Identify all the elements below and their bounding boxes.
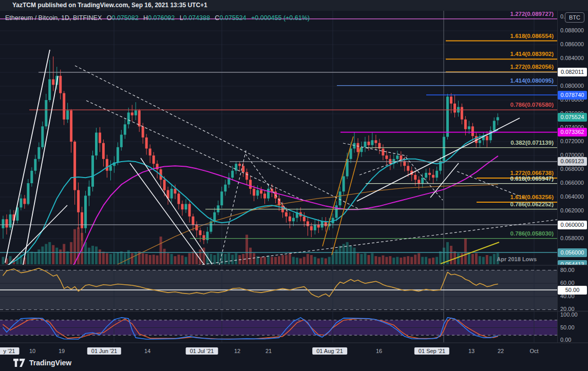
price-chip: 0.054413 bbox=[558, 260, 587, 265]
currency-toggle-button[interactable]: BTC bbox=[565, 12, 584, 23]
fib-level-label: 0.382(0.071139) bbox=[510, 140, 554, 146]
price-chip: 0.082011 bbox=[558, 68, 587, 76]
ohlc-low-label: L bbox=[180, 14, 183, 22]
chart-legend: Ethereum / Bitcoin, 1D, BITFINEX O0.0750… bbox=[5, 14, 310, 22]
time-axis-label: 01 Aug '21 bbox=[312, 348, 347, 354]
price-axis-tick: 0.068000 bbox=[560, 166, 584, 172]
time-axis-label: 12 bbox=[234, 348, 240, 354]
time-axis-badge: 01 Jun '21 bbox=[87, 347, 121, 355]
rsi-mid-chip: 50.00 bbox=[558, 286, 587, 295]
tradingview-screenshot: YazTCM published on TradingView.com, Sep… bbox=[0, 0, 588, 371]
ohlc-high-label: H bbox=[143, 14, 148, 22]
price-chip: 0.075524 bbox=[558, 113, 587, 122]
time-axis-label: 10 bbox=[29, 348, 35, 354]
price-axis-tick: 0.066000 bbox=[560, 180, 584, 186]
time-axis-label: 01 Sep '21 bbox=[414, 348, 449, 354]
ohlc-high-value: 0.076092 bbox=[148, 14, 175, 22]
price-axis-tick: 0.084000 bbox=[560, 55, 584, 61]
symbol-title[interactable]: Ethereum / Bitcoin, 1D, BITFINEX bbox=[5, 14, 102, 22]
stoch-axis-tick: 100.00 bbox=[560, 311, 578, 318]
time-axis-label: 13 bbox=[468, 348, 475, 354]
rsi-axis-tick: 60.00 bbox=[560, 280, 575, 286]
fib-level-label: 1.414(0.080095) bbox=[510, 77, 554, 84]
price-axis-tick: 0.064000 bbox=[560, 193, 584, 200]
time-axis-label: y '21 bbox=[0, 348, 19, 354]
price-chip: 0.073362 bbox=[558, 128, 587, 136]
time-axis-badge: 01 Sep '21 bbox=[414, 347, 449, 355]
time-axis-label: 22 bbox=[498, 348, 504, 354]
fib-level-label: 0.786(0.058030) bbox=[510, 230, 554, 237]
time-axis-badge: 01 Jul '21 bbox=[186, 347, 218, 355]
chart-plot-area[interactable] bbox=[0, 0, 588, 363]
fib-level-label: 1.272(0.089727) bbox=[510, 11, 554, 17]
tradingview-logo-text: TradingView bbox=[29, 359, 71, 367]
price-chip: 0.078740 bbox=[558, 91, 587, 100]
time-axis-label: 21 bbox=[265, 348, 272, 354]
price-axis-tick: 0.058000 bbox=[560, 235, 584, 241]
time-axis-badge: y '21 bbox=[0, 347, 19, 355]
price-chip: 0.056000 bbox=[558, 248, 587, 257]
fib-level-label: 1.618(0.063256) bbox=[510, 194, 554, 200]
stoch-axis-tick: 0.00 bbox=[560, 337, 571, 343]
stoch-axis-tick: 50.00 bbox=[560, 324, 575, 330]
price-axis-tick: 0.086000 bbox=[560, 41, 584, 47]
fib-level-label: 1.618(0.086554) bbox=[510, 33, 554, 39]
tradingview-logo[interactable]: TradingView bbox=[13, 359, 71, 367]
fib-level-label: 0.618(0.065947) bbox=[510, 175, 554, 182]
ohlc-open-value: 0.075082 bbox=[111, 14, 138, 22]
price-chip-clipped: 0.054413 bbox=[558, 260, 587, 265]
fib-level-label: 1.272(0.082056) bbox=[510, 64, 554, 70]
time-axis-label: 16 bbox=[376, 348, 382, 354]
price-axis-tick: 0.080000 bbox=[560, 83, 584, 89]
time-axis-label: 14 bbox=[144, 348, 150, 354]
price-axis-tick: 0.072000 bbox=[560, 138, 584, 144]
fib-level-label: 1.414(0.083902) bbox=[510, 51, 554, 57]
price-chip: 0.069123 bbox=[558, 157, 587, 166]
ohlc-change: +0.000455 (+0.61%) bbox=[251, 14, 310, 22]
time-axis-badge: 01 Aug '21 bbox=[312, 347, 347, 355]
fib-level-label: 0.786(0.076580) bbox=[510, 102, 554, 108]
ohlc-low-value: 0.074388 bbox=[183, 14, 210, 22]
price-axis-tick: 0.062000 bbox=[560, 207, 584, 213]
fib-level-label: 0.786(0.062252) bbox=[510, 201, 554, 207]
price-axis-tick: 0.088000 bbox=[560, 27, 584, 33]
time-axis-label: 19 bbox=[59, 348, 65, 354]
ohlc-close-value: 0.075524 bbox=[219, 14, 246, 22]
apr-2018-lows-note: Apr 2018 Lows bbox=[497, 256, 537, 262]
time-axis-label: Oct bbox=[529, 348, 538, 354]
time-axis-label: 01 Jun '21 bbox=[87, 348, 121, 354]
price-chip: 0.060000 bbox=[558, 221, 587, 229]
rsi-axis-tick: 80.00 bbox=[560, 267, 575, 273]
time-axis-label: 01 Jul '21 bbox=[186, 348, 218, 354]
tradingview-logo-icon bbox=[13, 359, 26, 367]
